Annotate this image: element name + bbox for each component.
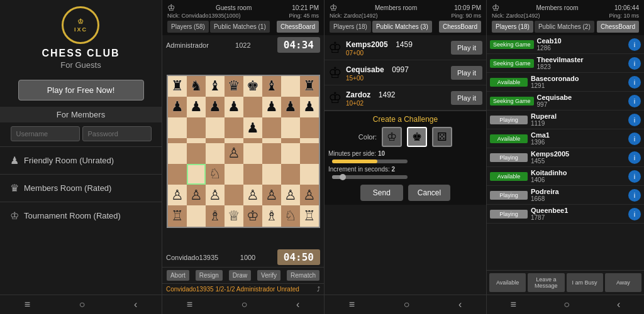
chess-cell[interactable] [281, 76, 300, 97]
member-info-button[interactable]: i [628, 38, 641, 51]
leave-message-button[interactable]: Leave a Message [528, 273, 564, 292]
chess-cell[interactable] [187, 143, 206, 164]
members-home-icon[interactable]: ○ [564, 299, 570, 310]
chess-cell[interactable] [225, 117, 243, 138]
chess-cell[interactable]: ♘ [206, 164, 225, 185]
chess-cell[interactable] [206, 138, 225, 143]
chess-cell[interactable] [187, 138, 206, 143]
matches-menu-icon[interactable]: ≡ [349, 299, 355, 310]
password-input[interactable] [82, 126, 152, 141]
chess-cell[interactable] [262, 117, 281, 138]
chess-cell[interactable]: ♜ [168, 76, 187, 97]
members-tab-public[interactable]: Public Matches (2) [535, 21, 594, 33]
username-input[interactable] [11, 126, 80, 141]
chess-cell[interactable] [168, 138, 187, 143]
share-icon[interactable]: ⤴ [317, 286, 320, 293]
chess-cell[interactable] [206, 117, 225, 138]
available-button[interactable]: Available [489, 273, 526, 292]
white-color-btn[interactable]: ♔ [382, 127, 402, 147]
members-menu-icon[interactable]: ≡ [511, 299, 516, 310]
rematch-button[interactable]: Rematch [287, 270, 319, 281]
chess-cell[interactable] [225, 164, 243, 185]
tab-public-matches[interactable]: Public Matches (1) [210, 21, 270, 33]
home-icon[interactable]: ○ [79, 299, 86, 310]
play-free-button[interactable]: Play for Free Now! [18, 80, 144, 100]
chess-cell[interactable]: ♝ [262, 76, 281, 97]
chess-cell[interactable] [187, 205, 206, 226]
chess-cell[interactable]: ♟ [225, 97, 243, 117]
chess-cell[interactable] [281, 143, 300, 164]
chess-cell[interactable] [187, 164, 206, 185]
chess-cell[interactable]: ♙ [206, 185, 225, 205]
chess-cell[interactable]: ♙ [281, 185, 300, 205]
matches-back-icon[interactable]: ‹ [458, 299, 462, 310]
matches-home-icon[interactable]: ○ [404, 299, 410, 310]
chess-cell[interactable]: ♙ [225, 143, 243, 164]
chess-cell[interactable] [243, 97, 262, 117]
chess-cell[interactable]: ♘ [281, 205, 300, 226]
chess-cell[interactable] [243, 143, 262, 164]
chess-cell[interactable]: ♙ [262, 185, 281, 205]
chess-cell[interactable]: ♕ [225, 205, 243, 226]
chess-cell[interactable]: ♔ [243, 205, 262, 226]
chess-cell[interactable] [168, 143, 187, 164]
chess-cell[interactable]: ♙ [300, 185, 319, 205]
chess-cell[interactable] [187, 117, 206, 138]
members-tab-chessboard[interactable]: ChessBoard [597, 21, 639, 33]
chess-cell[interactable] [243, 138, 262, 143]
board-menu-icon[interactable]: ≡ [187, 299, 192, 310]
member-info-button[interactable]: i [628, 208, 641, 220]
play-btn-2[interactable]: Play it [451, 66, 482, 80]
chess-cell[interactable] [262, 164, 281, 185]
cancel-challenge-button[interactable]: Cancel [408, 185, 450, 201]
member-info-button[interactable]: i [628, 95, 641, 107]
chess-cell[interactable] [243, 164, 262, 185]
member-info-button[interactable]: i [628, 114, 641, 126]
chess-cell[interactable]: ♙ [187, 185, 206, 205]
chess-cell[interactable]: ♜ [300, 76, 319, 97]
chess-cell[interactable]: ♙ [168, 185, 187, 205]
menu-icon[interactable]: ≡ [25, 299, 30, 310]
chess-cell[interactable]: ♛ [225, 76, 243, 97]
chess-cell[interactable] [281, 138, 300, 143]
abort-button[interactable]: Abort [167, 270, 189, 281]
members-room-item[interactable]: ♛ Members Room (Rated) [0, 174, 162, 202]
chess-cell[interactable] [206, 143, 225, 164]
matches-tab-players[interactable]: Players (18) [330, 21, 371, 33]
i-am-busy-button[interactable]: I am Busy [567, 273, 603, 292]
member-info-button[interactable]: i [628, 133, 641, 145]
chess-cell[interactable] [300, 143, 319, 164]
chess-cell[interactable]: ♟ [300, 97, 319, 117]
chess-cell[interactable]: ♟ [206, 97, 225, 117]
chess-cell[interactable]: ♟ [168, 97, 187, 117]
chess-cell[interactable]: ♞ [187, 76, 206, 97]
chess-cell[interactable] [262, 143, 281, 164]
draw-button[interactable]: Draw [229, 270, 251, 281]
chess-cell[interactable] [168, 164, 187, 185]
chess-cell[interactable] [225, 185, 243, 205]
chess-cell[interactable]: ♖ [300, 205, 319, 226]
random-color-btn[interactable]: ⚄ [432, 127, 452, 147]
member-info-button[interactable]: i [628, 151, 641, 164]
chess-cell[interactable]: ♝ [206, 76, 225, 97]
verify-button[interactable]: Verify [257, 270, 280, 281]
chess-cell[interactable]: ♙ [243, 185, 262, 205]
board-back-icon[interactable]: ‹ [296, 299, 299, 310]
send-challenge-button[interactable]: Send [360, 185, 403, 201]
chess-cell[interactable]: ♗ [206, 205, 225, 226]
chess-cell[interactable] [300, 138, 319, 143]
play-btn-3[interactable]: Play it [451, 91, 482, 105]
board-home-icon[interactable]: ○ [242, 299, 248, 310]
chess-cell[interactable]: ♟ [281, 97, 300, 117]
friendly-room-item[interactable]: ♟ Friendly Room (Unrated) [0, 146, 162, 174]
play-btn-1[interactable]: Play it [451, 41, 482, 55]
matches-tab-public[interactable]: Public Matches (3) [372, 21, 432, 33]
chess-cell[interactable] [281, 164, 300, 185]
chess-cell[interactable] [281, 117, 300, 138]
member-info-button[interactable]: i [628, 57, 641, 70]
chess-cell[interactable]: ♟ [243, 117, 262, 138]
chess-cell[interactable]: ♖ [168, 205, 187, 226]
black-color-btn[interactable]: ♚ [407, 127, 427, 147]
tab-chessboard[interactable]: ChessBoard [277, 21, 319, 33]
chess-cell[interactable] [262, 138, 281, 143]
